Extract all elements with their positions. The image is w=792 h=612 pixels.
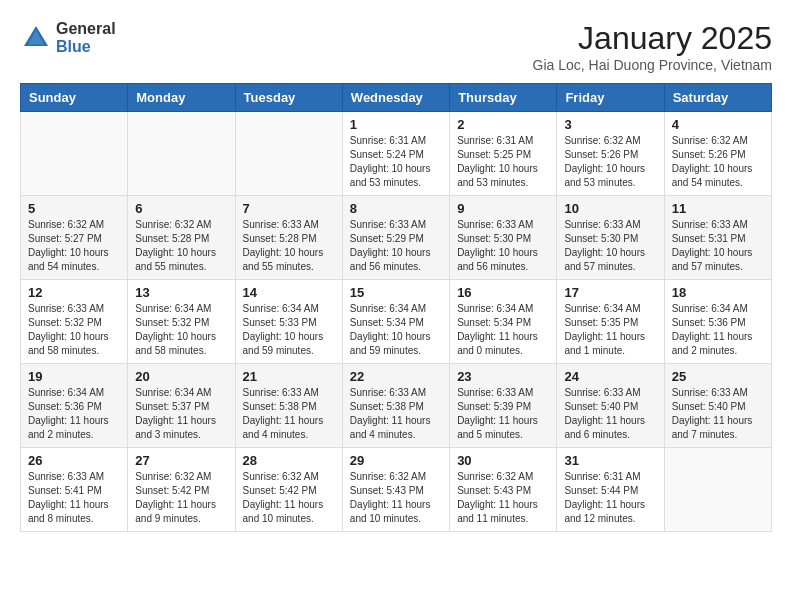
day-number: 27 bbox=[135, 453, 227, 468]
day-number: 7 bbox=[243, 201, 335, 216]
logo-general-text: General bbox=[56, 20, 116, 38]
calendar-cell: 19Sunrise: 6:34 AMSunset: 5:36 PMDayligh… bbox=[21, 364, 128, 448]
logo-text: General Blue bbox=[56, 20, 116, 55]
day-number: 22 bbox=[350, 369, 442, 384]
day-number: 29 bbox=[350, 453, 442, 468]
month-title: January 2025 bbox=[533, 20, 772, 57]
weekday-header-row: SundayMondayTuesdayWednesdayThursdayFrid… bbox=[21, 84, 772, 112]
day-number: 31 bbox=[564, 453, 656, 468]
calendar-cell: 11Sunrise: 6:33 AMSunset: 5:31 PMDayligh… bbox=[664, 196, 771, 280]
day-info: Sunrise: 6:32 AMSunset: 5:42 PMDaylight:… bbox=[135, 470, 227, 526]
day-info: Sunrise: 6:33 AMSunset: 5:39 PMDaylight:… bbox=[457, 386, 549, 442]
week-row-3: 12Sunrise: 6:33 AMSunset: 5:32 PMDayligh… bbox=[21, 280, 772, 364]
day-info: Sunrise: 6:33 AMSunset: 5:31 PMDaylight:… bbox=[672, 218, 764, 274]
day-number: 18 bbox=[672, 285, 764, 300]
day-info: Sunrise: 6:34 AMSunset: 5:36 PMDaylight:… bbox=[28, 386, 120, 442]
location-subtitle: Gia Loc, Hai Duong Province, Vietnam bbox=[533, 57, 772, 73]
day-info: Sunrise: 6:31 AMSunset: 5:24 PMDaylight:… bbox=[350, 134, 442, 190]
calendar-cell: 8Sunrise: 6:33 AMSunset: 5:29 PMDaylight… bbox=[342, 196, 449, 280]
calendar-cell: 24Sunrise: 6:33 AMSunset: 5:40 PMDayligh… bbox=[557, 364, 664, 448]
calendar-cell: 13Sunrise: 6:34 AMSunset: 5:32 PMDayligh… bbox=[128, 280, 235, 364]
calendar-cell: 9Sunrise: 6:33 AMSunset: 5:30 PMDaylight… bbox=[450, 196, 557, 280]
calendar-cell: 23Sunrise: 6:33 AMSunset: 5:39 PMDayligh… bbox=[450, 364, 557, 448]
calendar-cell: 26Sunrise: 6:33 AMSunset: 5:41 PMDayligh… bbox=[21, 448, 128, 532]
calendar-cell: 28Sunrise: 6:32 AMSunset: 5:42 PMDayligh… bbox=[235, 448, 342, 532]
weekday-header-friday: Friday bbox=[557, 84, 664, 112]
day-info: Sunrise: 6:34 AMSunset: 5:34 PMDaylight:… bbox=[457, 302, 549, 358]
day-number: 15 bbox=[350, 285, 442, 300]
calendar-cell: 17Sunrise: 6:34 AMSunset: 5:35 PMDayligh… bbox=[557, 280, 664, 364]
day-number: 1 bbox=[350, 117, 442, 132]
day-number: 19 bbox=[28, 369, 120, 384]
day-number: 26 bbox=[28, 453, 120, 468]
day-number: 28 bbox=[243, 453, 335, 468]
day-number: 13 bbox=[135, 285, 227, 300]
calendar-cell: 10Sunrise: 6:33 AMSunset: 5:30 PMDayligh… bbox=[557, 196, 664, 280]
calendar-cell: 6Sunrise: 6:32 AMSunset: 5:28 PMDaylight… bbox=[128, 196, 235, 280]
day-number: 23 bbox=[457, 369, 549, 384]
day-number: 25 bbox=[672, 369, 764, 384]
day-info: Sunrise: 6:33 AMSunset: 5:28 PMDaylight:… bbox=[243, 218, 335, 274]
day-number: 3 bbox=[564, 117, 656, 132]
week-row-1: 1Sunrise: 6:31 AMSunset: 5:24 PMDaylight… bbox=[21, 112, 772, 196]
day-info: Sunrise: 6:33 AMSunset: 5:30 PMDaylight:… bbox=[457, 218, 549, 274]
calendar-cell: 31Sunrise: 6:31 AMSunset: 5:44 PMDayligh… bbox=[557, 448, 664, 532]
calendar-cell: 20Sunrise: 6:34 AMSunset: 5:37 PMDayligh… bbox=[128, 364, 235, 448]
day-info: Sunrise: 6:32 AMSunset: 5:26 PMDaylight:… bbox=[672, 134, 764, 190]
day-number: 6 bbox=[135, 201, 227, 216]
calendar-cell: 7Sunrise: 6:33 AMSunset: 5:28 PMDaylight… bbox=[235, 196, 342, 280]
day-info: Sunrise: 6:33 AMSunset: 5:30 PMDaylight:… bbox=[564, 218, 656, 274]
logo-blue-text: Blue bbox=[56, 38, 116, 56]
day-info: Sunrise: 6:31 AMSunset: 5:25 PMDaylight:… bbox=[457, 134, 549, 190]
logo-icon bbox=[20, 22, 52, 54]
day-info: Sunrise: 6:32 AMSunset: 5:42 PMDaylight:… bbox=[243, 470, 335, 526]
day-info: Sunrise: 6:34 AMSunset: 5:32 PMDaylight:… bbox=[135, 302, 227, 358]
calendar-cell: 1Sunrise: 6:31 AMSunset: 5:24 PMDaylight… bbox=[342, 112, 449, 196]
day-info: Sunrise: 6:31 AMSunset: 5:44 PMDaylight:… bbox=[564, 470, 656, 526]
day-info: Sunrise: 6:33 AMSunset: 5:41 PMDaylight:… bbox=[28, 470, 120, 526]
weekday-header-saturday: Saturday bbox=[664, 84, 771, 112]
calendar-cell: 18Sunrise: 6:34 AMSunset: 5:36 PMDayligh… bbox=[664, 280, 771, 364]
day-info: Sunrise: 6:33 AMSunset: 5:38 PMDaylight:… bbox=[350, 386, 442, 442]
calendar-cell: 14Sunrise: 6:34 AMSunset: 5:33 PMDayligh… bbox=[235, 280, 342, 364]
title-block: January 2025 Gia Loc, Hai Duong Province… bbox=[533, 20, 772, 73]
weekday-header-tuesday: Tuesday bbox=[235, 84, 342, 112]
day-info: Sunrise: 6:33 AMSunset: 5:38 PMDaylight:… bbox=[243, 386, 335, 442]
calendar-cell: 15Sunrise: 6:34 AMSunset: 5:34 PMDayligh… bbox=[342, 280, 449, 364]
day-info: Sunrise: 6:34 AMSunset: 5:37 PMDaylight:… bbox=[135, 386, 227, 442]
calendar-cell: 25Sunrise: 6:33 AMSunset: 5:40 PMDayligh… bbox=[664, 364, 771, 448]
day-info: Sunrise: 6:32 AMSunset: 5:27 PMDaylight:… bbox=[28, 218, 120, 274]
calendar-cell: 4Sunrise: 6:32 AMSunset: 5:26 PMDaylight… bbox=[664, 112, 771, 196]
day-info: Sunrise: 6:33 AMSunset: 5:32 PMDaylight:… bbox=[28, 302, 120, 358]
day-number: 17 bbox=[564, 285, 656, 300]
calendar-cell: 21Sunrise: 6:33 AMSunset: 5:38 PMDayligh… bbox=[235, 364, 342, 448]
week-row-4: 19Sunrise: 6:34 AMSunset: 5:36 PMDayligh… bbox=[21, 364, 772, 448]
calendar-cell: 5Sunrise: 6:32 AMSunset: 5:27 PMDaylight… bbox=[21, 196, 128, 280]
page-header: General Blue January 2025 Gia Loc, Hai D… bbox=[20, 20, 772, 73]
day-info: Sunrise: 6:34 AMSunset: 5:36 PMDaylight:… bbox=[672, 302, 764, 358]
day-info: Sunrise: 6:33 AMSunset: 5:40 PMDaylight:… bbox=[564, 386, 656, 442]
day-number: 8 bbox=[350, 201, 442, 216]
calendar-cell: 3Sunrise: 6:32 AMSunset: 5:26 PMDaylight… bbox=[557, 112, 664, 196]
day-info: Sunrise: 6:32 AMSunset: 5:28 PMDaylight:… bbox=[135, 218, 227, 274]
day-number: 24 bbox=[564, 369, 656, 384]
calendar-cell bbox=[664, 448, 771, 532]
day-number: 12 bbox=[28, 285, 120, 300]
calendar-cell: 2Sunrise: 6:31 AMSunset: 5:25 PMDaylight… bbox=[450, 112, 557, 196]
week-row-2: 5Sunrise: 6:32 AMSunset: 5:27 PMDaylight… bbox=[21, 196, 772, 280]
day-info: Sunrise: 6:34 AMSunset: 5:35 PMDaylight:… bbox=[564, 302, 656, 358]
day-info: Sunrise: 6:33 AMSunset: 5:29 PMDaylight:… bbox=[350, 218, 442, 274]
day-info: Sunrise: 6:32 AMSunset: 5:43 PMDaylight:… bbox=[457, 470, 549, 526]
day-number: 10 bbox=[564, 201, 656, 216]
day-number: 11 bbox=[672, 201, 764, 216]
weekday-header-monday: Monday bbox=[128, 84, 235, 112]
day-info: Sunrise: 6:34 AMSunset: 5:33 PMDaylight:… bbox=[243, 302, 335, 358]
calendar-cell: 30Sunrise: 6:32 AMSunset: 5:43 PMDayligh… bbox=[450, 448, 557, 532]
day-number: 21 bbox=[243, 369, 335, 384]
day-info: Sunrise: 6:34 AMSunset: 5:34 PMDaylight:… bbox=[350, 302, 442, 358]
weekday-header-sunday: Sunday bbox=[21, 84, 128, 112]
calendar-table: SundayMondayTuesdayWednesdayThursdayFrid… bbox=[20, 83, 772, 532]
calendar-cell: 29Sunrise: 6:32 AMSunset: 5:43 PMDayligh… bbox=[342, 448, 449, 532]
day-number: 5 bbox=[28, 201, 120, 216]
week-row-5: 26Sunrise: 6:33 AMSunset: 5:41 PMDayligh… bbox=[21, 448, 772, 532]
